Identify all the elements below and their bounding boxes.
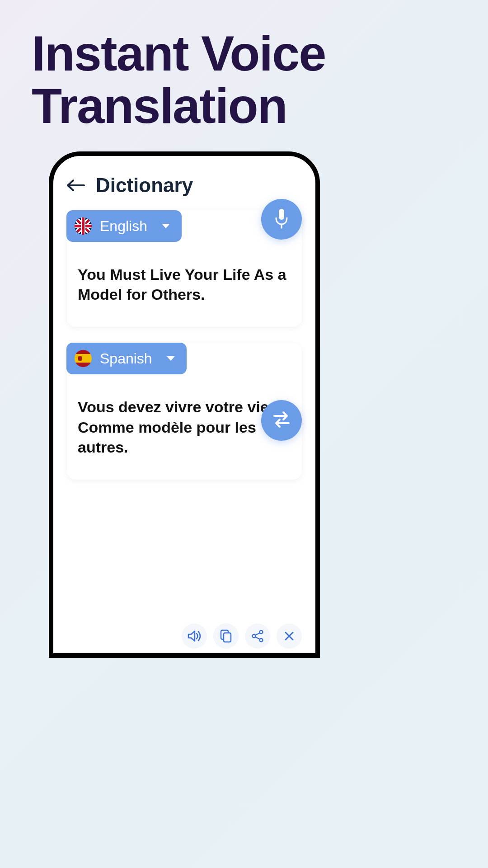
- source-language-label: English: [100, 218, 147, 235]
- svg-point-5: [253, 635, 256, 638]
- svg-line-8: [255, 637, 260, 639]
- header-title: Dictionary: [96, 174, 193, 197]
- speaker-icon: [188, 630, 201, 642]
- spain-flag-icon: [75, 350, 92, 367]
- page-title: Instant Voice Translation: [0, 0, 488, 132]
- title-line-2: Translation: [32, 80, 488, 132]
- phone-content: Dictionary English You Must Live Your Li…: [53, 156, 315, 653]
- close-icon: [284, 631, 295, 642]
- svg-point-6: [260, 639, 263, 642]
- chevron-down-icon: [167, 356, 175, 361]
- share-icon: [251, 630, 264, 642]
- source-text[interactable]: You Must Live Your Life As a Model for O…: [67, 242, 302, 313]
- chevron-down-icon: [162, 224, 170, 228]
- target-language-label: Spanish: [100, 350, 152, 367]
- back-arrow-icon[interactable]: [67, 174, 85, 197]
- mic-button[interactable]: [261, 199, 302, 240]
- title-line-1: Instant Voice: [32, 27, 488, 80]
- svg-line-7: [255, 633, 260, 635]
- swap-icon: [271, 410, 292, 431]
- phone-frame: Dictionary English You Must Live Your Li…: [49, 151, 320, 658]
- action-row: [182, 623, 302, 649]
- copy-icon: [220, 629, 232, 643]
- speak-button[interactable]: [182, 623, 207, 649]
- uk-flag-icon: [75, 217, 92, 235]
- svg-rect-3: [224, 633, 231, 642]
- copy-button[interactable]: [213, 623, 239, 649]
- target-language-selector[interactable]: Spanish: [66, 343, 187, 374]
- close-button[interactable]: [277, 623, 302, 649]
- source-language-selector[interactable]: English: [66, 210, 182, 242]
- app-header: Dictionary: [67, 174, 302, 197]
- swap-languages-button[interactable]: [261, 400, 302, 441]
- svg-rect-0: [279, 209, 284, 220]
- microphone-icon: [273, 208, 290, 231]
- svg-point-4: [260, 631, 263, 634]
- share-button[interactable]: [245, 623, 270, 649]
